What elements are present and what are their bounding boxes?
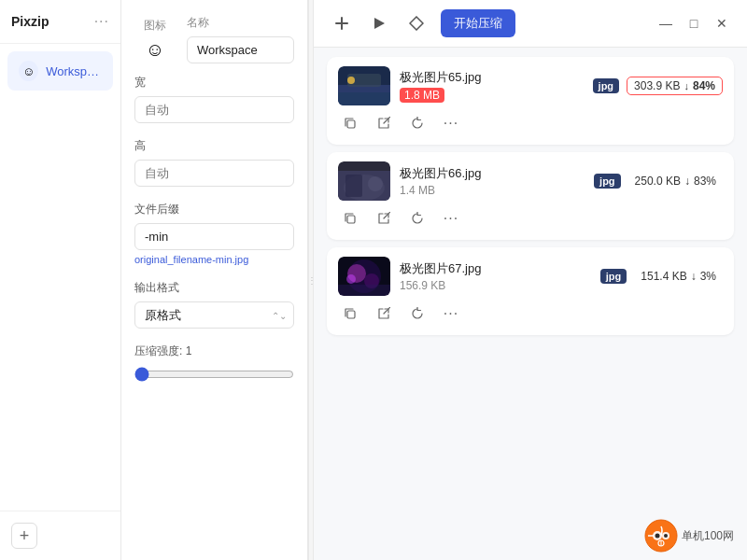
compression-label: 压缩强度: 1 — [134, 343, 294, 359]
image-name-1: 极光图片65.jpg — [400, 69, 584, 86]
refresh-icon-3 — [411, 307, 424, 320]
sidebar-item-workspace[interactable]: ☺ Workspa... — [7, 51, 113, 91]
name-col: 名称 — [187, 15, 294, 63]
toolbar-right: — □ ✕ — [655, 13, 732, 34]
svg-rect-9 — [347, 120, 355, 128]
workspace-icon: ☺ — [19, 61, 38, 81]
more-button-3[interactable]: ··· — [439, 301, 463, 326]
main-content: 开始压缩 — □ ✕ 极光图片6 — [314, 0, 747, 560]
minimize-button[interactable]: — — [655, 13, 676, 34]
suffix-input[interactable] — [134, 223, 294, 250]
compressed-size-3: 151.4 KB — [641, 270, 686, 283]
more-button-1[interactable]: ··· — [439, 111, 463, 135]
diamond-icon — [409, 16, 424, 31]
external-link-button-1[interactable] — [372, 111, 396, 135]
width-input[interactable] — [134, 96, 294, 123]
external-link-button-2[interactable] — [372, 206, 396, 231]
height-label: 高 — [134, 138, 294, 154]
compression-section: 压缩强度: 1 — [134, 343, 294, 385]
app-menu-dots[interactable]: ··· — [94, 13, 109, 30]
copy-icon-1 — [344, 117, 357, 130]
diamond-button[interactable] — [403, 10, 430, 36]
copy-button-2[interactable] — [338, 206, 362, 231]
suffix-section: 文件后缀 original_filename-min.jpg — [134, 202, 294, 265]
plus-icon — [334, 16, 349, 31]
copy-button-3[interactable] — [338, 301, 362, 326]
svg-point-15 — [368, 176, 383, 191]
table-row: 极光图片67.jpg 156.9 KB jpg 151.4 KB ↓ 3% — [327, 247, 734, 335]
brand-logo-icon — [644, 519, 678, 553]
compression-result-3: 151.4 KB ↓ 3% — [634, 268, 723, 285]
format-badge-2: jpg — [594, 174, 621, 189]
format-select-wrapper: 原格式 JPG PNG WebP — [134, 301, 294, 329]
svg-rect-22 — [338, 285, 390, 296]
more-button-2[interactable]: ··· — [439, 206, 463, 231]
svg-marker-3 — [410, 17, 423, 30]
svg-point-23 — [346, 274, 356, 284]
add-workspace-button[interactable]: + — [11, 523, 37, 549]
format-select[interactable]: 原格式 JPG PNG WebP — [134, 301, 294, 329]
reduction-pct-2: 83% — [694, 175, 716, 188]
copy-icon-2 — [344, 212, 357, 225]
refresh-icon-1 — [411, 117, 424, 130]
format-section: 输出格式 原格式 JPG PNG WebP — [134, 280, 294, 329]
close-button[interactable]: ✕ — [712, 13, 732, 34]
image-actions-1: ··· — [338, 111, 723, 135]
height-section: 高 — [134, 138, 294, 187]
image-thumbnail-1 — [338, 66, 390, 105]
copy-button-1[interactable] — [338, 111, 362, 135]
sidebar: Pixzip ··· ☺ Workspa... + — [0, 0, 121, 560]
width-section: 宽 — [134, 75, 294, 123]
image-actions-2: ··· — [338, 206, 723, 231]
toolbar-left: 开始压缩 — [329, 9, 515, 37]
sidebar-header: Pixzip ··· — [0, 0, 120, 44]
svg-line-25 — [384, 307, 390, 314]
play-icon — [373, 17, 386, 30]
copy-icon-3 — [344, 307, 357, 320]
sidebar-footer: + — [0, 511, 120, 560]
settings-panel: 图标 ☺ 名称 宽 高 文件后缀 original_filename-min.j… — [121, 0, 308, 560]
name-col-label: 名称 — [187, 15, 294, 31]
workspace-label: Workspa... — [46, 64, 102, 78]
svg-line-17 — [384, 212, 390, 218]
external-link-icon-3 — [377, 307, 390, 320]
app-title: Pixzip — [11, 14, 49, 29]
external-link-button-3[interactable] — [372, 301, 396, 326]
svg-point-7 — [347, 77, 355, 84]
icon-col: 图标 ☺ — [134, 18, 176, 61]
image-size-3: 156.9 KB — [400, 279, 591, 292]
logo-text: 单机100网 — [682, 528, 734, 544]
height-input[interactable] — [134, 160, 294, 187]
image-row-top: 极光图片65.jpg 1.8 MB jpg 303.9 KB ↓ 84% — [338, 66, 723, 105]
compression-slider[interactable] — [134, 367, 294, 382]
image-info-1: 极光图片65.jpg 1.8 MB — [400, 69, 584, 103]
image-size-1: 1.8 MB — [400, 88, 444, 103]
table-row: 极光图片66.jpg 1.4 MB jpg 250.0 KB ↓ 83% — [327, 152, 734, 240]
svg-marker-2 — [374, 18, 385, 29]
refresh-button-3[interactable] — [405, 301, 430, 326]
icon-name-row: 图标 ☺ 名称 — [134, 15, 294, 63]
icon-col-label: 图标 — [144, 18, 166, 34]
maximize-button[interactable]: □ — [684, 13, 704, 34]
workspace-icon-preview: ☺ — [146, 39, 164, 61]
image-name-3: 极光图片67.jpg — [400, 260, 591, 277]
start-compress-button[interactable]: 开始压缩 — [441, 9, 515, 37]
image-list: 极光图片65.jpg 1.8 MB jpg 303.9 KB ↓ 84% — [314, 48, 747, 560]
image-size-2: 1.4 MB — [400, 184, 585, 197]
add-image-button[interactable] — [329, 10, 355, 36]
image-meta-1: jpg 303.9 KB ↓ 84% — [593, 77, 723, 95]
refresh-button-1[interactable] — [405, 111, 430, 135]
width-label: 宽 — [134, 75, 294, 91]
refresh-icon-2 — [411, 212, 424, 225]
refresh-button-2[interactable] — [405, 206, 430, 231]
workspace-name-input[interactable] — [187, 36, 294, 63]
image-meta-2: jpg 250.0 KB ↓ 83% — [594, 173, 723, 189]
image-info-3: 极光图片67.jpg 156.9 KB — [400, 260, 591, 292]
external-link-icon-2 — [377, 212, 390, 225]
play-button[interactable] — [366, 10, 392, 36]
svg-rect-14 — [345, 175, 362, 197]
format-badge-3: jpg — [600, 269, 627, 284]
table-row: 极光图片65.jpg 1.8 MB jpg 303.9 KB ↓ 84% — [327, 57, 734, 145]
image-thumbnail-3 — [338, 257, 390, 296]
arrow-down-icon-2: ↓ — [684, 175, 690, 188]
